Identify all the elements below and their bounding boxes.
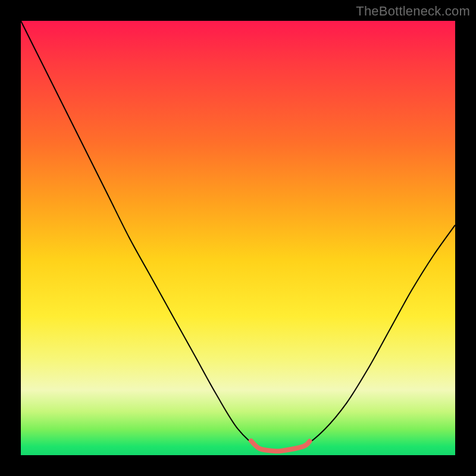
plot-area	[21, 21, 455, 455]
chart-frame: TheBottleneck.com	[0, 0, 476, 476]
watermark-text: TheBottleneck.com	[356, 4, 470, 19]
curve-path	[21, 21, 455, 451]
curve-highlight	[251, 441, 310, 451]
bottleneck-curve	[21, 21, 455, 455]
